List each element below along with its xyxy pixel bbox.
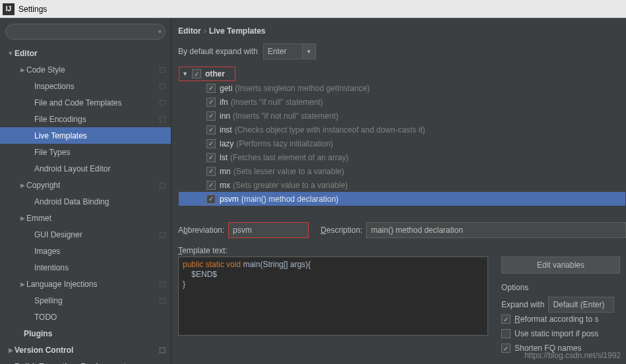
sidebar-item-android-data-binding[interactable]: Android Data Binding — [0, 193, 171, 210]
sidebar-item-intentions[interactable]: Intentions — [0, 259, 171, 276]
settings-sidebar: 🔍 ▾ ▼Editor▶Code Style⬚Inspections⬚File … — [0, 18, 172, 364]
sidebar-item-label: Inspections — [34, 82, 75, 91]
abbreviation-label: Abbreviation: — [178, 226, 224, 235]
template-checkbox[interactable]: ✓ — [206, 111, 216, 121]
template-abbr: lst — [220, 153, 228, 162]
settings-tree: ▼Editor▶Code Style⬚Inspections⬚File and … — [0, 45, 171, 364]
sidebar-item-build-execution-deployment[interactable]: ▶Build, Execution, Deployment — [0, 358, 171, 364]
edit-variables-button[interactable]: Edit variables — [501, 257, 620, 274]
shorten-fq-checkbox[interactable]: ✓ — [501, 344, 511, 353]
scope-badge-icon: ⬚ — [159, 296, 166, 305]
sidebar-item-editor[interactable]: ▼Editor — [0, 45, 171, 61]
tree-arrow-icon: ▼ — [7, 50, 15, 57]
template-mx[interactable]: ✓mx(Sets greater value to a variable) — [179, 178, 625, 192]
expand-with-input[interactable] — [263, 44, 303, 59]
template-inst[interactable]: ✓inst(Checks object type with instanceof… — [179, 123, 625, 136]
template-psvm[interactable]: ✓psvm(main() method declaration) — [179, 192, 625, 206]
template-desc: (Inserts singleton method getInstance) — [235, 84, 369, 93]
app-icon: IJ — [3, 3, 15, 15]
template-text-editor[interactable]: public static void main(String[] args){ … — [178, 257, 488, 336]
sidebar-item-gui-designer[interactable]: GUI Designer⬚ — [0, 226, 171, 243]
tree-arrow-icon: ▶ — [18, 67, 26, 73]
sidebar-item-spelling[interactable]: Spelling⬚ — [0, 292, 171, 309]
scope-badge-icon: ⬚ — [159, 346, 166, 354]
expand-with-combo[interactable]: ▼ — [263, 44, 316, 59]
template-abbr: psvm — [220, 195, 239, 204]
options-title: Options — [501, 283, 626, 292]
group-label: other — [205, 69, 225, 78]
template-ifn[interactable]: ✓ifn(Inserts "if null" statement) — [179, 95, 625, 109]
template-abbr: mn — [220, 167, 231, 176]
sidebar-item-label: Copyright — [26, 181, 60, 190]
sidebar-item-file-encodings[interactable]: File Encodings⬚ — [0, 111, 171, 127]
sidebar-item-copyright[interactable]: ▶Copyright⬚ — [0, 177, 171, 193]
watermark: https://blog.csdn.net/sl1992 — [524, 351, 621, 360]
sidebar-item-live-templates[interactable]: Live Templates — [0, 127, 171, 144]
template-checkbox[interactable]: ✓ — [206, 125, 216, 135]
scope-badge-icon: ⬚ — [159, 181, 166, 189]
sidebar-item-emmet[interactable]: ▶Emmet — [0, 210, 171, 226]
description-input[interactable] — [366, 222, 626, 238]
template-geti[interactable]: ✓geti(Inserts singleton method getInstan… — [179, 81, 625, 95]
sidebar-item-file-types[interactable]: File Types — [0, 144, 171, 160]
expand-triangle-icon[interactable]: ▼ — [182, 71, 188, 77]
template-desc: (Inserts "if not null" statement) — [233, 111, 338, 121]
tree-arrow-icon: ▶ — [18, 281, 26, 288]
sidebar-item-language-injections[interactable]: ▶Language Injections⬚ — [0, 276, 171, 292]
scope-badge-icon: ⬚ — [159, 65, 166, 74]
options-expand-input[interactable] — [548, 297, 614, 313]
options-expand-label: Expand with — [501, 300, 544, 309]
templates-list: ▼ ✓ other ✓geti(Inserts singleton method… — [178, 66, 626, 206]
template-abbr: geti — [220, 84, 232, 93]
expand-with-label: By default expand with — [178, 47, 258, 56]
template-desc: (Fetches last element of an array) — [230, 153, 348, 162]
sidebar-item-label: GUI Designer — [34, 230, 82, 239]
template-group-other[interactable]: ▼ ✓ other — [179, 67, 235, 81]
template-checkbox[interactable]: ✓ — [206, 98, 216, 107]
reformat-checkbox[interactable]: ✓ — [501, 315, 511, 324]
sidebar-item-label: Live Templates — [34, 131, 87, 140]
template-desc: (Performs lazy initialization) — [236, 139, 333, 148]
scope-badge-icon: ⬚ — [159, 280, 166, 288]
sidebar-item-android-layout-editor[interactable]: Android Layout Editor — [0, 160, 171, 177]
chevron-down-icon[interactable]: ▼ — [303, 44, 316, 59]
sidebar-item-version-control[interactable]: ▶Version Control⬚ — [0, 342, 171, 358]
options-expand-combo[interactable] — [548, 297, 614, 313]
template-lazy[interactable]: ✓lazy(Performs lazy initialization) — [179, 136, 625, 150]
scope-badge-icon: ⬚ — [159, 230, 166, 239]
template-desc: (Sets greater value to a variable) — [233, 181, 348, 190]
tree-arrow-icon: ▶ — [7, 347, 15, 353]
description-label: Description: — [321, 226, 362, 235]
abbreviation-input[interactable] — [228, 222, 309, 238]
template-checkbox[interactable]: ✓ — [206, 167, 216, 176]
sidebar-item-label: Android Layout Editor — [34, 164, 110, 173]
static-import-checkbox[interactable] — [501, 329, 511, 338]
sidebar-item-label: Spelling — [34, 296, 63, 305]
sidebar-item-file-and-code-templates[interactable]: File and Code Templates⬚ — [0, 94, 171, 111]
sidebar-item-label: File and Code Templates — [34, 98, 122, 107]
search-dropdown-icon[interactable]: ▾ — [158, 28, 162, 35]
group-checkbox[interactable]: ✓ — [192, 69, 201, 78]
template-checkbox[interactable]: ✓ — [206, 84, 216, 93]
template-checkbox[interactable]: ✓ — [206, 181, 216, 190]
template-checkbox[interactable]: ✓ — [206, 195, 216, 204]
sidebar-item-images[interactable]: Images — [0, 243, 171, 259]
sidebar-item-label: Language Injections — [26, 280, 97, 289]
template-inn[interactable]: ✓inn(Inserts "if not null" statement) — [179, 109, 625, 123]
template-mn[interactable]: ✓mn(Sets lesser value to a variable) — [179, 164, 625, 178]
sidebar-item-todo[interactable]: TODO — [0, 309, 171, 325]
template-checkbox[interactable]: ✓ — [206, 153, 216, 162]
sidebar-item-plugins[interactable]: Plugins — [0, 325, 171, 342]
tree-arrow-icon: ▶ — [18, 182, 26, 189]
sidebar-item-code-style[interactable]: ▶Code Style⬚ — [0, 61, 171, 78]
template-checkbox[interactable]: ✓ — [206, 139, 216, 148]
sidebar-item-label: Plugins — [24, 329, 52, 338]
sidebar-item-inspections[interactable]: Inspections⬚ — [0, 78, 171, 94]
scope-badge-icon: ⬚ — [159, 115, 166, 123]
template-desc: (main() method declaration) — [241, 195, 338, 204]
template-lst[interactable]: ✓lst(Fetches last element of an array) — [179, 150, 625, 164]
title-bar: IJ Settings — [0, 0, 626, 18]
template-desc: (Checks object type with instanceof and … — [235, 125, 425, 135]
search-input[interactable] — [5, 24, 166, 40]
template-abbr: mx — [220, 181, 230, 190]
